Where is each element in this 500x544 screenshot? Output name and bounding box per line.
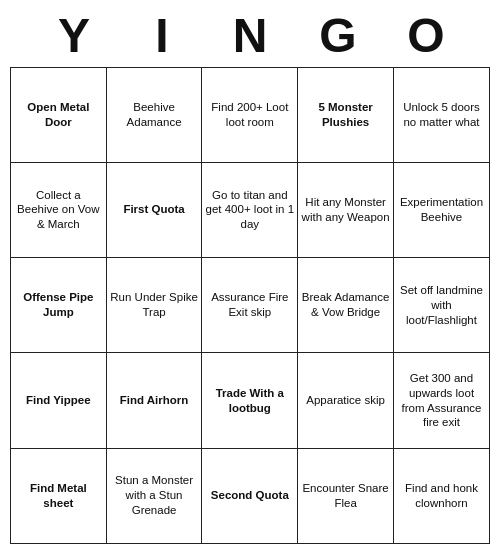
bingo-cell-2-1: Run Under Spike Trap	[106, 258, 202, 353]
bingo-cell-3-2: Trade With a lootbug	[202, 353, 298, 448]
bingo-cell-4-0: Find Metal sheet	[11, 448, 107, 543]
bingo-cell-4-1: Stun a Monster with a Stun Grenade	[106, 448, 202, 543]
bingo-row-0: Open Metal DoorBeehive AdamanceFind 200+…	[11, 67, 490, 162]
bingo-cell-0-3: 5 Monster Plushies	[298, 67, 394, 162]
bingo-header: YINGO	[0, 0, 500, 67]
bingo-cell-1-4: Experimentation Beehive	[393, 162, 489, 257]
bingo-row-1: Collect a Beehive on Vow & MarchFirst Qu…	[11, 162, 490, 257]
bingo-row-2: Offense Pipe JumpRun Under Spike TrapAss…	[11, 258, 490, 353]
header-letter-o: O	[382, 8, 470, 63]
header-letter-y: Y	[30, 8, 118, 63]
bingo-cell-3-1: Find Airhorn	[106, 353, 202, 448]
bingo-cell-4-2: Second Quota	[202, 448, 298, 543]
bingo-cell-4-4: Find and honk clownhorn	[393, 448, 489, 543]
bingo-cell-3-4: Get 300 and upwards loot from Assurance …	[393, 353, 489, 448]
bingo-cell-0-4: Unlock 5 doors no matter what	[393, 67, 489, 162]
header-letter-g: G	[294, 8, 382, 63]
bingo-cell-0-1: Beehive Adamance	[106, 67, 202, 162]
header-letter-n: N	[206, 8, 294, 63]
bingo-grid: Open Metal DoorBeehive AdamanceFind 200+…	[10, 67, 490, 544]
bingo-cell-4-3: Encounter Snare Flea	[298, 448, 394, 543]
bingo-cell-0-0: Open Metal Door	[11, 67, 107, 162]
bingo-cell-1-0: Collect a Beehive on Vow & March	[11, 162, 107, 257]
bingo-cell-3-0: Find Yippee	[11, 353, 107, 448]
bingo-body: Open Metal DoorBeehive AdamanceFind 200+…	[11, 67, 490, 544]
bingo-cell-1-1: First Quota	[106, 162, 202, 257]
bingo-cell-1-3: Hit any Monster with any Weapon	[298, 162, 394, 257]
bingo-row-4: Find Metal sheetStun a Monster with a St…	[11, 448, 490, 543]
bingo-cell-2-0: Offense Pipe Jump	[11, 258, 107, 353]
bingo-cell-1-2: Go to titan and get 400+ loot in 1 day	[202, 162, 298, 257]
header-letter-i: I	[118, 8, 206, 63]
bingo-cell-2-3: Break Adamance & Vow Bridge	[298, 258, 394, 353]
bingo-row-3: Find YippeeFind AirhornTrade With a loot…	[11, 353, 490, 448]
bingo-cell-0-2: Find 200+ Loot loot room	[202, 67, 298, 162]
bingo-cell-2-4: Set off landmine with loot/Flashlight	[393, 258, 489, 353]
bingo-cell-3-3: Apparatice skip	[298, 353, 394, 448]
bingo-cell-2-2: Assurance Fire Exit skip	[202, 258, 298, 353]
